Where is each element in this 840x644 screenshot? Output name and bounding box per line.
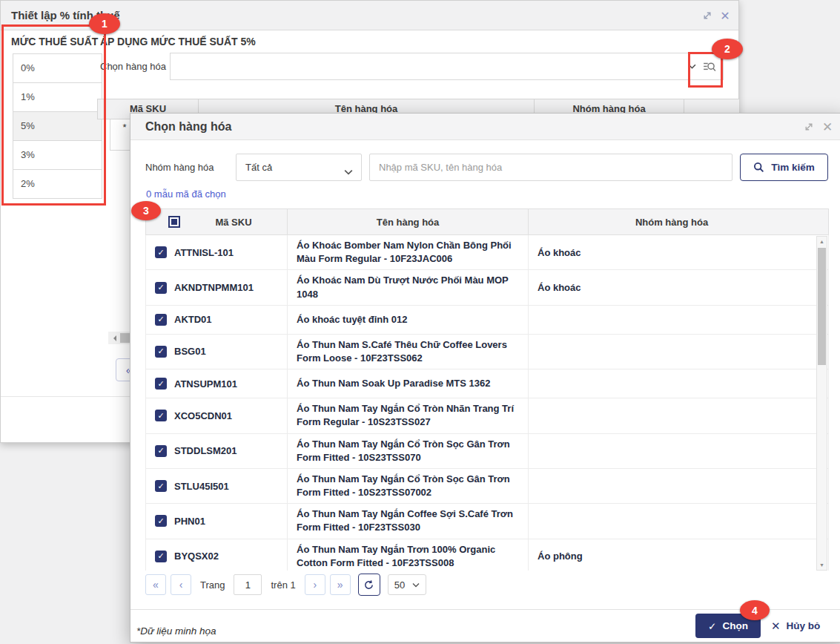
prev-page-button[interactable]: ‹ [171, 574, 191, 595]
last-page-button[interactable]: » [330, 574, 351, 595]
selected-count-link[interactable]: 0 mẫu mã đã chọn [146, 188, 226, 200]
demo-data-note: *Dữ liệu minh họa [136, 625, 216, 637]
product-name-cell: Áo khoác tuyệt đỉnh 012 [287, 306, 528, 334]
close-icon[interactable]: ✕ [718, 7, 732, 24]
products-table: Mã SKU Tên hàng hóa Nhóm hàng hóa ✓ ATTN… [145, 208, 829, 571]
modal-title: Chọn hàng hóa [145, 114, 231, 140]
apply-rate-header: ÁP DỤNG MỨC THUẾ SUẤT 5% [100, 36, 256, 47]
expand-icon[interactable] [802, 120, 816, 134]
sku-cell: ✓ STLU45I501 [146, 469, 287, 503]
scroll-up-icon[interactable]: ▲ [817, 239, 827, 244]
page-number-input[interactable] [234, 574, 262, 595]
row-checkbox[interactable]: ✓ [155, 378, 167, 390]
product-name-cell: Áo Thun Nam Tay Ngắn Cổ Tròn Sọc Gân Trơ… [287, 434, 528, 468]
close-icon[interactable]: ✕ [820, 119, 835, 135]
page-of-label: trên 1 [271, 579, 295, 591]
products-table-body: ✓ ATTNISL-101 Áo Khoác Bomber Nam Nylon … [145, 235, 829, 571]
next-page-button[interactable]: › [305, 574, 325, 595]
sku-cell: ✓ BYQSX02 [146, 539, 287, 571]
table-row[interactable]: ✓ ATNSUPM101 Áo Thun Nam Soak Up Paradis… [146, 369, 828, 398]
sku-cell: ✓ BSG01 [146, 335, 287, 369]
table-row[interactable]: ✓ BSG01 Áo Thun Nam S.Café Thêu Chữ Coff… [146, 335, 828, 369]
product-group-cell [528, 369, 815, 398]
chevron-down-icon [412, 582, 420, 588]
annotation-badge-1: 1 [89, 13, 120, 34]
product-name-cell: Áo Thun Nam Tay Ngắn Cổ Tròn Nhãn Trang … [287, 398, 528, 433]
product-group-cell: Áo khoác [528, 270, 815, 304]
close-icon: ✕ [771, 620, 781, 633]
confirm-button-label: Chọn [722, 620, 748, 631]
scroll-down-icon[interactable]: ▼ [817, 562, 827, 568]
first-page-button[interactable]: « [145, 574, 166, 595]
chevron-down-icon [344, 165, 353, 178]
row-checkbox[interactable]: ✓ [155, 314, 167, 326]
cancel-button-label: Hủy bỏ [787, 620, 821, 631]
product-name-cell: Áo Thun Nam Tay Ngắn Trơn 100% Organic C… [287, 539, 528, 571]
table-row[interactable]: ✓ ATTNISL-101 Áo Khoác Bomber Nam Nylon … [146, 235, 828, 270]
scroll-left-icon[interactable] [110, 335, 116, 341]
product-name-cell: Áo Thun Nam Tay Ngắn Coffee Sợi S.Café T… [287, 504, 528, 538]
product-group-cell [528, 398, 815, 433]
annotation-badge-4: 4 [740, 600, 770, 620]
annotation-badge-2: 2 [712, 39, 743, 59]
table-row[interactable]: ✓ BYQSX02 Áo Thun Nam Tay Ngắn Trơn 100%… [146, 539, 828, 571]
refresh-button[interactable] [358, 574, 380, 596]
row-checkbox[interactable]: ✓ [155, 515, 167, 527]
header-cell-group: Nhóm hàng hóa [528, 209, 815, 234]
row-checkbox[interactable]: ✓ [155, 480, 167, 492]
search-button-label: Tìm kiếm [771, 162, 815, 173]
sku-cell: ✓ AKNDTNPMM101 [146, 270, 287, 304]
refresh-icon [363, 579, 374, 591]
product-group-cell: Áo phông [528, 539, 815, 571]
goods-picker-input[interactable] [170, 53, 724, 80]
header-cell-blank [815, 209, 828, 234]
products-table-header: Mã SKU Tên hàng hóa Nhóm hàng hóa [145, 208, 829, 235]
search-button[interactable]: Tìm kiếm [740, 154, 828, 181]
row-checkbox[interactable]: ✓ [155, 282, 167, 294]
table-row[interactable]: ✓ STLU45I501 Áo Thun Nam Tay Ngắn Cổ Trò… [146, 469, 828, 504]
screen: Thiết lập % tính thuế ✕ MỨC THUẾ SUẤT 0%… [0, 0, 840, 644]
product-name-cell: Áo Thun Nam Soak Up Paradise MTS 1362 [287, 369, 528, 398]
row-checkbox[interactable]: ✓ [155, 410, 167, 421]
expand-icon[interactable] [701, 9, 714, 22]
row-checkbox[interactable]: ✓ [155, 551, 167, 562]
select-goods-modal: Chọn hàng hóa ✕ Nhóm hàng hóa Tất cả Tìm… [130, 113, 840, 643]
sku-cell: ✓ STDDLSM201 [146, 434, 287, 468]
header-cell-sku: Mã SKU [146, 209, 287, 234]
product-group-cell [528, 469, 815, 503]
table-row[interactable]: ✓ XCO5CDN01 Áo Thun Nam Tay Ngắn Cổ Tròn… [146, 398, 828, 433]
table-row[interactable]: ✓ PHN01 Áo Thun Nam Tay Ngắn Coffee Sợi … [146, 504, 828, 539]
cancel-button[interactable]: ✕ Hủy bỏ [771, 614, 820, 638]
divider [1, 396, 130, 397]
select-goods-label: Chọn hàng hóa [100, 61, 166, 72]
product-name-cell: Áo Khoác Bomber Nam Nylon Chần Bông Phối… [287, 235, 528, 269]
table-row[interactable]: ✓ STDDLSM201 Áo Thun Nam Tay Ngắn Cổ Trò… [146, 434, 828, 469]
pagination: « ‹ Trang trên 1 › » 50 [145, 574, 426, 596]
sku-cell: ✓ XCO5CDN01 [146, 398, 287, 433]
footer-divider [130, 609, 840, 610]
product-group-cell [528, 306, 815, 334]
annotation-badge-3: 3 [131, 201, 161, 220]
annotation-box-1 [1, 24, 106, 206]
select-all-checkbox[interactable] [168, 216, 180, 228]
sku-cell: ✓ ATNSUPM101 [146, 369, 287, 398]
product-group-cell [528, 335, 815, 369]
table-row[interactable]: ✓ AKNDTNPMM101 Áo Khoác Nam Dù Trượt Nướ… [146, 270, 828, 305]
row-checkbox[interactable]: ✓ [155, 445, 167, 457]
page-size-select[interactable]: 50 [388, 574, 426, 595]
row-checkbox[interactable]: ✓ [155, 346, 167, 358]
header-cell-name: Tên hàng hóa [287, 209, 528, 234]
scrollbar-thumb[interactable] [818, 248, 826, 365]
check-icon: ✓ [708, 620, 716, 632]
product-name-cell: Áo Khoác Nam Dù Trượt Nước Phối Màu MOP … [287, 270, 528, 304]
product-name-cell: Áo Thun Nam S.Café Thêu Chữ Coffee Lover… [287, 335, 528, 369]
group-filter-select[interactable]: Tất cả [236, 154, 362, 181]
search-input[interactable] [369, 154, 732, 181]
vertical-scrollbar[interactable]: ▲ ▼ [816, 236, 827, 571]
table-row[interactable]: ✓ AKTD01 Áo khoác tuyệt đỉnh 012 [146, 306, 828, 335]
row-checkbox[interactable]: ✓ [155, 246, 167, 258]
product-name-cell: Áo Thun Nam Tay Ngắn Cổ Tròn Sọc Gân Trơ… [287, 469, 528, 503]
page-label: Trang [200, 579, 225, 591]
search-icon [753, 162, 764, 173]
group-filter-value: Tất cả [245, 154, 272, 180]
